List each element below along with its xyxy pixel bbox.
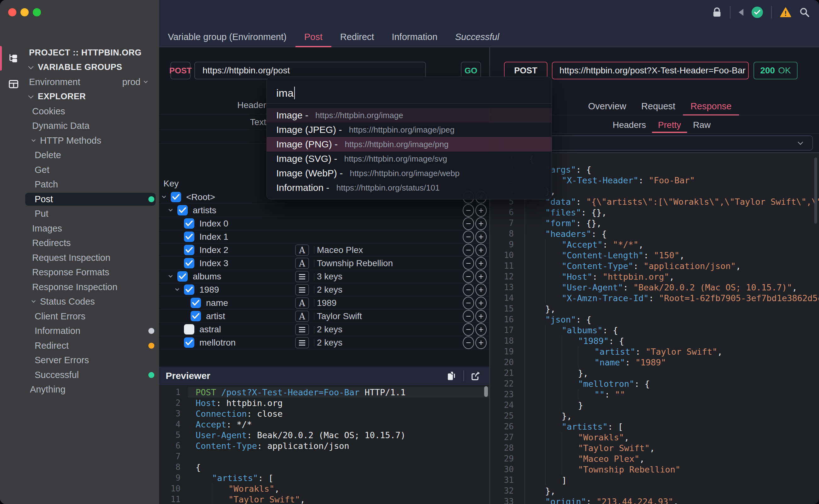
sidebar-item-request-inspection[interactable]: Request Inspection: [0, 250, 159, 265]
checkbox-checked[interactable]: [171, 192, 181, 202]
add-row-button[interactable]: +: [475, 323, 487, 336]
autocomplete-input[interactable]: ima: [276, 83, 295, 103]
previewer-scrollbar[interactable]: [484, 386, 488, 397]
sidebar-item-response-formats[interactable]: Response Formats: [0, 265, 159, 280]
remove-row-button[interactable]: −: [463, 323, 474, 336]
previewer-code[interactable]: 1POST /post?X-Test-Header=Foo-Bar HTTP/1…: [159, 385, 489, 504]
type-string-icon[interactable]: A: [295, 297, 309, 309]
remove-row-button[interactable]: −: [463, 310, 474, 323]
remove-row-button[interactable]: −: [463, 336, 474, 349]
tab-overview[interactable]: Overview: [581, 98, 634, 115]
environment-value[interactable]: prod: [122, 77, 147, 87]
tree-value[interactable]: 1989: [317, 298, 336, 308]
remove-row-button[interactable]: −: [463, 217, 474, 230]
checkbox-checked[interactable]: [191, 311, 201, 321]
sidebar-item-variable-groups[interactable]: VARIABLE GROUPS: [0, 60, 159, 75]
add-row-button[interactable]: +: [475, 257, 487, 270]
response-scrollbar[interactable]: [814, 157, 817, 224]
add-row-button[interactable]: +: [475, 283, 487, 296]
tree-value[interactable]: 2 keys: [317, 285, 342, 295]
warning-icon[interactable]: [780, 7, 791, 17]
tab-headers[interactable]: Headers: [607, 117, 652, 133]
checkbox-checked[interactable]: [184, 337, 194, 348]
type-string-icon[interactable]: A: [295, 258, 309, 269]
remove-row-button[interactable]: −: [463, 283, 474, 296]
sidebar-item-redirect[interactable]: Redirect: [0, 338, 159, 353]
tree-toggle[interactable]: [160, 196, 167, 198]
tree-value[interactable]: 3 keys: [317, 272, 342, 282]
sidebar-item-client-errors[interactable]: Client Errors: [0, 309, 159, 324]
sidebar-item-get[interactable]: Get: [0, 163, 159, 177]
tree-value[interactable]: Township Rebellion: [317, 258, 393, 268]
add-row-button[interactable]: +: [475, 217, 487, 230]
sidebar-item-images[interactable]: Images: [0, 221, 159, 236]
type-string-icon[interactable]: A: [295, 311, 309, 322]
tree-value[interactable]: Maceo Plex: [317, 245, 363, 255]
sidebar-item-delete[interactable]: Delete: [0, 148, 159, 163]
add-row-button[interactable]: +: [475, 244, 487, 256]
remove-row-button[interactable]: −: [463, 257, 474, 270]
add-row-button[interactable]: +: [475, 270, 487, 283]
autocomplete-item-image-webp-[interactable]: Image (WebP) - https://httpbin.org/image…: [267, 166, 552, 180]
sidebar-item-project-httpbin-org[interactable]: PROJECT :: HTTPBIN.ORG: [0, 45, 159, 60]
lock-icon[interactable]: [712, 7, 722, 18]
checkbox-checked[interactable]: [184, 245, 194, 255]
sidebar-item-put[interactable]: Put: [0, 207, 159, 221]
tree-value[interactable]: 2 keys: [317, 324, 342, 335]
add-row-button[interactable]: +: [475, 336, 487, 349]
autocomplete-item-image-svg-[interactable]: Image (SVG) - https://httpbin.org/image/…: [267, 152, 552, 166]
add-row-button[interactable]: +: [475, 297, 487, 309]
sidebar-item-cookies[interactable]: Cookies: [0, 104, 159, 119]
sidebar-item-anything[interactable]: Anything: [0, 382, 159, 397]
tab-redirect[interactable]: Redirect: [331, 26, 383, 47]
copy-icon[interactable]: [447, 371, 456, 381]
share-icon[interactable]: [471, 371, 481, 381]
tree-value[interactable]: Taylor Swift: [317, 311, 362, 321]
add-row-button[interactable]: +: [475, 231, 487, 243]
remove-row-button[interactable]: −: [463, 270, 474, 283]
checkbox-checked[interactable]: [184, 258, 194, 268]
checkbox-checked[interactable]: [191, 298, 201, 308]
sidebar-item-redirects[interactable]: Redirects: [0, 236, 159, 251]
sidebar-item-environment[interactable]: Environmentprod: [0, 75, 159, 89]
checkbox-checked[interactable]: [184, 232, 194, 242]
tab-post[interactable]: Post: [295, 26, 331, 47]
sidebar-item-information[interactable]: Information: [0, 324, 159, 339]
sidebar-item-patch[interactable]: Patch: [0, 177, 159, 192]
sidebar-item-successful[interactable]: Successful: [0, 368, 159, 382]
tab-pretty[interactable]: Pretty: [652, 117, 687, 133]
sidebar-item-dynamic-data[interactable]: Dynamic Data: [0, 119, 159, 134]
tree-toggle[interactable]: [174, 288, 180, 291]
type-string-icon[interactable]: A: [295, 244, 309, 256]
tab-response[interactable]: Response: [683, 98, 739, 115]
tree-toggle[interactable]: [167, 209, 174, 212]
tab-request[interactable]: Request: [634, 98, 683, 115]
sidebar-item-http-methods[interactable]: HTTP Methods: [0, 133, 159, 148]
zoom-button[interactable]: [33, 8, 41, 16]
remove-row-button[interactable]: −: [463, 204, 474, 217]
autocomplete-item-image[interactable]: Image - https://httpbin.org/image: [267, 108, 552, 123]
tab-raw[interactable]: Raw: [687, 117, 717, 133]
type-object-icon[interactable]: [295, 271, 309, 282]
add-row-button[interactable]: +: [475, 204, 487, 217]
remove-row-button[interactable]: −: [463, 297, 474, 309]
checkbox-checked[interactable]: [184, 284, 194, 295]
sidebar-item-status-codes[interactable]: Status Codes: [0, 295, 159, 309]
checkbox-checked[interactable]: [177, 205, 188, 215]
tab-information[interactable]: Information: [383, 26, 446, 47]
sidebar-item-post[interactable]: Post: [0, 192, 159, 207]
search-icon[interactable]: [799, 7, 810, 17]
autocomplete-item-information[interactable]: Information - https://httpbin.org/status…: [267, 180, 552, 195]
response-url[interactable]: https://httpbin.org/post?X-Test-Header=F…: [552, 62, 749, 79]
tree-toggle[interactable]: [167, 275, 174, 278]
status-check-icon[interactable]: [752, 7, 763, 18]
type-object-icon[interactable]: [295, 324, 309, 335]
checkbox-checked[interactable]: [184, 218, 194, 229]
autocomplete-item-image-png-[interactable]: Image (PNG) - https://httpbin.org/image/…: [267, 137, 552, 152]
remove-row-button[interactable]: −: [463, 244, 474, 256]
autocomplete-item-image-jpeg-[interactable]: Image (JPEG) - https://httpbin.org/image…: [267, 123, 552, 137]
type-object-icon[interactable]: [295, 337, 309, 348]
request-method-badge[interactable]: POST: [170, 62, 191, 79]
response-body-code[interactable]: 1{2"args": {3"X-Test-Header": "Foo-Bar"4…: [490, 153, 819, 504]
sidebar-item-explorer[interactable]: EXPLORER: [0, 89, 159, 104]
